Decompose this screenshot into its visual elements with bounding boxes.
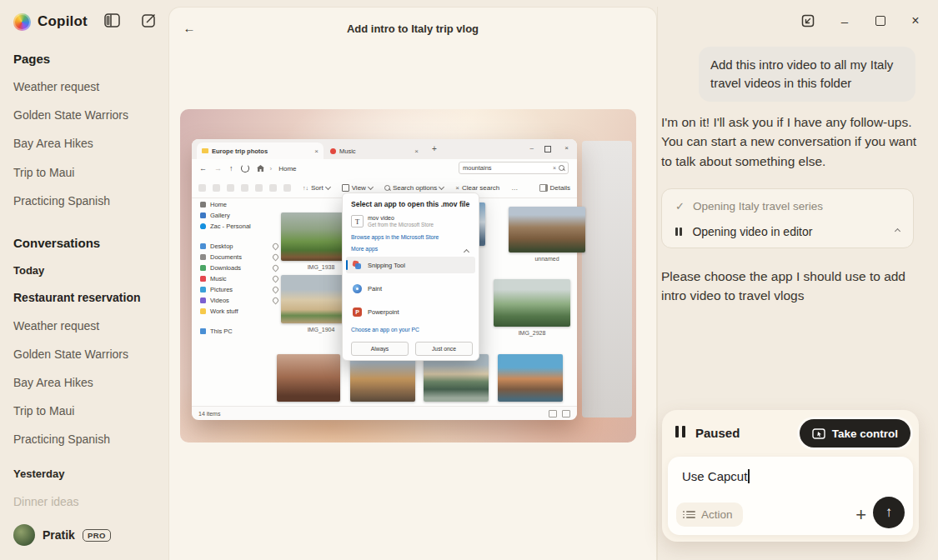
send-button[interactable]: ↑ [873,497,905,528]
action-list-icon [686,509,695,520]
session-title: Add intro to Italy trip vlog [169,22,656,35]
sidebar-toggle-icon[interactable] [104,13,120,28]
nav-back-icon[interactable]: ← [199,164,207,172]
tab-close-icon[interactable]: × [414,148,419,155]
pro-badge: PRO [83,529,111,542]
nav-item-gallery[interactable]: Gallery [200,210,278,220]
open-with-dialog: Select an app to open this .mov file T m… [342,192,479,361]
photo-thumbnail[interactable] [498,354,563,402]
just-once-button[interactable]: Just once [415,342,473,356]
tab-europe-trip-photos[interactable]: Europe trip photos × [197,142,324,159]
sidebar-item-golden-state-warriors[interactable]: Golden State Warriors [13,108,160,127]
sidebar-item-trip-to-maui[interactable]: Trip to Maui [13,166,160,184]
conversation-restaurant-reservation[interactable]: Restaurant reservation [13,291,160,309]
tab-label: Europe trip photos [212,148,311,155]
nav-item-work-stuff[interactable]: Work stuff [200,306,278,316]
more-apps-link[interactable]: More apps [351,246,378,252]
item-count: 14 items [198,411,220,417]
photo-thumbnail-img-2928[interactable] [494,279,570,327]
new-chat-icon[interactable] [142,13,158,28]
conversation-practicing-spanish[interactable]: Practicing Spanish [13,432,160,451]
photo-thumbnail-unnamed[interactable] [509,207,585,252]
search-options-menu[interactable]: Search options [384,184,444,192]
delete-icon [283,184,291,192]
sidebar-item-weather-request[interactable]: Weather request [13,80,160,98]
sidebar-item-bay-area-hikes[interactable]: Bay Area Hikes [13,137,160,155]
photo-thumbnail[interactable] [350,354,415,402]
user-message-bubble: Add this intro video to all my Italy tra… [699,47,915,102]
refresh-icon[interactable] [241,164,249,172]
pop-out-icon[interactable] [800,14,815,28]
search-clear-icon[interactable]: × [553,165,556,171]
collapse-steps-icon[interactable] [895,228,900,234]
user-footer[interactable]: Pratik PRO [13,523,160,547]
details-toggle[interactable]: Details [539,178,570,198]
thumbnail-view-icon[interactable] [562,410,570,418]
action-button[interactable]: Action [676,502,743,527]
photo-caption: IMG_2928 [494,330,570,336]
minimize-icon[interactable]: – [837,14,852,28]
powerpoint-icon: P [353,308,362,317]
assistant-prompt: Please choose the app I should use to ad… [661,267,923,306]
user-avatar [13,524,35,546]
explorer-close-icon[interactable]: × [564,144,569,152]
nav-item-videos[interactable]: Videos [200,295,278,305]
text-caret [748,469,750,483]
attach-plus-button[interactable]: + [855,507,866,523]
conversation-trip-to-maui[interactable]: Trip to Maui [13,404,160,422]
tab-close-icon[interactable]: × [314,148,319,155]
conversation-bay-area-hikes[interactable]: Bay Area Hikes [13,376,160,394]
take-control-button[interactable]: Take control [800,419,910,448]
cut-icon [213,184,220,192]
toolbar-more-icon[interactable]: … [511,184,518,192]
task-steps-card: ✓ Opening Italy travel series Opening vi… [661,188,914,248]
app-option-powerpoint[interactable]: P Powerpoint [346,303,475,320]
close-icon[interactable]: × [908,14,923,28]
pin-icon [272,274,280,282]
chat-input[interactable]: Use Capcut Action + ↑ [668,457,913,535]
app-option-paint[interactable]: Paint [346,280,475,297]
nav-item-documents[interactable]: Documents [200,252,278,262]
nav-item-this-pc[interactable]: This PC [200,326,278,336]
conversation-weather-request[interactable]: Weather request [13,319,160,338]
explorer-maximize-icon[interactable] [544,146,551,152]
maximize-icon[interactable] [873,14,888,28]
nav-item-desktop[interactable]: Desktop [200,241,278,251]
always-button[interactable]: Always [351,342,409,356]
list-view-icon[interactable] [549,410,557,418]
breadcrumb[interactable]: Home [278,165,296,172]
suggested-app-name[interactable]: mov video [368,215,394,221]
sidebar-item-practicing-spanish[interactable]: Practicing Spanish [13,194,160,212]
check-icon: ✓ [675,200,685,212]
nav-item-music[interactable]: Music [200,273,278,283]
pages-heading: Pages [13,52,50,66]
explorer-search-input[interactable]: mountains × [459,162,569,174]
paused-status: Paused [695,426,740,440]
conversation-dinner-ideas[interactable]: Dinner ideas [13,495,160,513]
explorer-minimize-icon[interactable]: – [530,144,534,152]
nav-forward-icon: → [214,164,222,172]
nav-item-home[interactable]: Home [200,199,278,209]
browse-store-link[interactable]: Browse apps in the Microsoft Store [351,234,439,240]
today-label: Today [13,264,44,277]
nav-up-icon[interactable]: ↑ [229,164,233,172]
more-apps-collapse-icon[interactable] [464,249,469,255]
conversation-golden-state-warriors[interactable]: Golden State Warriors [13,348,160,366]
view-menu[interactable]: View [342,184,373,192]
tab-music[interactable]: Music × [325,142,424,159]
paint-icon [353,284,362,293]
new-tab-icon[interactable]: + [432,144,437,153]
sort-menu[interactable]: ↑↓Sort [303,184,330,192]
clear-search-button[interactable]: ×Clear search [455,184,499,192]
step-opening-italy-travel-series: ✓ Opening Italy travel series [675,200,823,212]
app-option-snipping-tool[interactable]: Snipping Tool [346,257,475,273]
explorer-statusbar: 14 items [192,406,577,420]
photo-thumbnail[interactable] [277,354,340,402]
photo-thumbnail[interactable] [424,354,489,402]
nav-item-onedrive[interactable]: Zac - Personal [200,221,278,231]
nav-item-pictures[interactable]: Pictures [200,284,278,294]
nav-item-downloads[interactable]: Downloads [200,262,278,272]
remote-desktop-view[interactable]: Europe trip photos × Music × + – × ← [180,109,636,442]
user-name: Pratik [43,528,75,542]
choose-app-on-pc-link[interactable]: Choose an app on your PC [351,327,419,332]
